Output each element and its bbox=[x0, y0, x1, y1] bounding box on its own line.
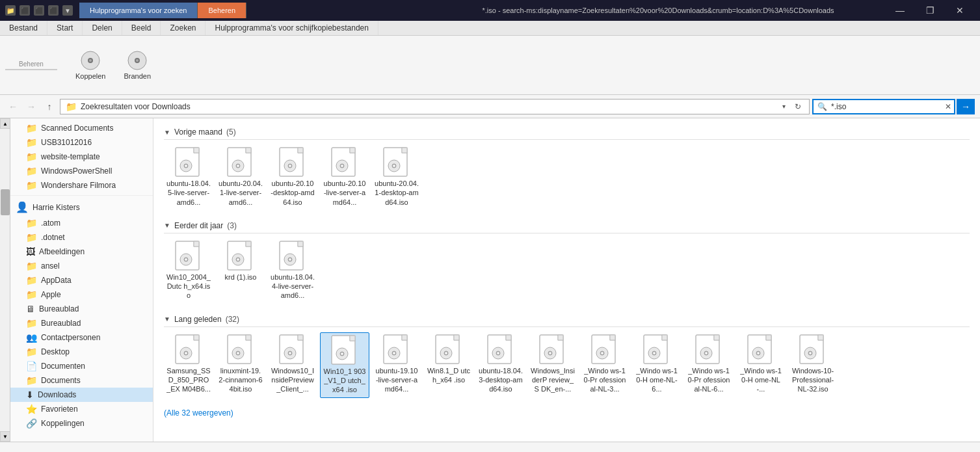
title-bar-controls: — ❐ ✕ bbox=[885, 0, 975, 21]
group-header-lang-geleden[interactable]: ▼ Lang geleden (32) bbox=[164, 311, 970, 327]
close-button[interactable]: ✕ bbox=[945, 0, 975, 21]
file-icon-linuxmint bbox=[225, 335, 256, 366]
sidebar-item-bureaublad-1[interactable]: 🖥 Bureaublad bbox=[10, 302, 153, 316]
file-name-win10-2004-dutch-x64: Win10_2004_Dutc h_x64.iso bbox=[166, 273, 211, 300]
file-item-ubuntu-20-10-desktop-amd64[interactable]: ubuntu-20.10-desktop-amd64.iso bbox=[268, 145, 317, 209]
minimize-button[interactable]: — bbox=[885, 0, 915, 21]
title-bar-tabs: Hulpprogramma's voor zoeken Beheren bbox=[79, 3, 476, 18]
sidebar-divider-1 bbox=[10, 195, 153, 196]
file-item-krd-1-iso[interactable]: krd (1).iso bbox=[216, 239, 265, 303]
address-dropdown-arrow[interactable]: ▾ bbox=[780, 103, 788, 110]
user-icon: 👤 bbox=[16, 201, 29, 213]
file-icon-ubuntu-20-10-live-server-amd64 bbox=[329, 148, 360, 179]
sidebar-item-downloads[interactable]: ⬇ Downloads bbox=[10, 388, 153, 402]
app-icon: 📁 bbox=[5, 5, 16, 16]
restore-button[interactable]: ❐ bbox=[915, 0, 945, 21]
address-input[interactable]: 📁 Zoekresultaten voor Downloads ▾ ↻ bbox=[60, 99, 810, 114]
file-name-ubuntu-18-04-5-live-server-amd64: ubuntu-18.04.5-live-server-amd6... bbox=[166, 179, 211, 207]
file-item-ubuntu-18-04-3-desktop[interactable]: ubuntu-18.04.3-desktop-amd64.iso bbox=[476, 332, 525, 398]
file-item-ubuntu-18-04-5-live-server-amd64[interactable]: ubuntu-18.04.5-live-server-amd6... bbox=[164, 145, 213, 209]
favorites-icon: ⭐ bbox=[26, 404, 37, 414]
sidebar-item-website-template[interactable]: 📁 website-template bbox=[10, 150, 153, 164]
folder-icon: 📁 bbox=[26, 137, 37, 148]
file-icon-win10-2004-dutch-x64 bbox=[173, 241, 204, 273]
ribbon-tab-delen[interactable]: Delen bbox=[83, 21, 122, 35]
svg-rect-8 bbox=[194, 148, 199, 153]
file-name-ubuntu-20-10-live-server-amd64: ubuntu-20.10-live-server-amd64... bbox=[323, 179, 367, 207]
tab-beheren[interactable]: Beheren bbox=[198, 3, 246, 18]
ribbon-tab-zoeken[interactable]: Zoeken bbox=[161, 21, 205, 35]
file-item-ubuntu-20-10-live-server-amd64[interactable]: ubuntu-20.10-live-server-amd64... bbox=[320, 145, 369, 209]
ribbon-tab-hulpprogrammas-schijf[interactable]: Hulpprogramma's voor schijfkopiebestande… bbox=[205, 21, 378, 35]
file-item-win10-2004-dutch-x64[interactable]: Win10_2004_Dutc h_x64.iso bbox=[164, 239, 213, 303]
tab-hulpprogrammas-zoeken[interactable]: Hulpprogramma's voor zoeken bbox=[79, 3, 198, 18]
file-item-win81-dutch[interactable]: Win8.1_D utch_x64 .iso bbox=[424, 332, 473, 398]
ribbon: Bestand Start Delen Beeld Zoeken Hulppro… bbox=[0, 21, 980, 95]
svg-point-83 bbox=[393, 352, 395, 354]
file-item-windows-insider-sdk[interactable]: Windows_InsiderP review_S DK_en-... bbox=[528, 332, 577, 398]
scroll-up-button[interactable]: ▲ bbox=[0, 118, 10, 129]
sidebar-item-koppelingen[interactable]: 🔗 Koppelingen bbox=[10, 416, 153, 431]
sidebar-item-ansel[interactable]: 📁 ansel bbox=[10, 259, 153, 273]
search-go-button[interactable]: → bbox=[957, 99, 975, 114]
sidebar-item-appdata[interactable]: 📁 AppData bbox=[10, 273, 153, 287]
file-name-samsung-ssd: Samsung_SSD_850_PRO_EX M04B6... bbox=[166, 366, 211, 394]
ribbon-tab-beeld[interactable]: Beeld bbox=[122, 21, 161, 35]
sidebar-item-usb31012016[interactable]: 📁 USB31012016 bbox=[10, 135, 153, 150]
file-item-windows-10-home-nl[interactable]: _Windo ws-10-H ome-NL-... bbox=[736, 332, 786, 398]
file-item-samsung-ssd[interactable]: Samsung_SSD_850_PRO_EX M04B6... bbox=[164, 332, 213, 398]
file-item-linuxmint[interactable]: linuxmint-19.2-cinnamon-64bit.iso bbox=[216, 332, 265, 398]
sidebar-item-dotnet[interactable]: 📁 .dotnet bbox=[10, 230, 153, 245]
show-all-lang-geleden[interactable]: (Alle 32 weergeven) bbox=[164, 406, 970, 423]
file-item-windows-10-professional-nl-6[interactable]: _Windo ws-10-Pr ofession al-NL-6... bbox=[684, 332, 734, 398]
file-item-windows-10-professional-nl-3[interactable]: _Windo ws-10-Pr ofession al-NL-3... bbox=[580, 332, 629, 398]
file-item-windows-10-professional-nl-32[interactable]: Windows-10-Professional-NL-32.iso bbox=[788, 332, 838, 398]
file-item-ubuntu-19-10-live-server[interactable]: ubuntu-19.10-live-server-amd64... bbox=[372, 332, 421, 398]
sidebar-item-documents[interactable]: 📁 Documents bbox=[10, 373, 153, 388]
sidebar-item-afbeeldingen[interactable]: 🖼 Afbeeldingen bbox=[10, 245, 153, 259]
sidebar-scrollbar[interactable]: ▲ ▼ bbox=[0, 118, 10, 442]
file-item-ubuntu-20-04-1-live-server-amd64[interactable]: ubuntu-20.04.1-live-server-amd6... bbox=[216, 145, 265, 209]
branden-button[interactable]: Branden bbox=[119, 47, 157, 83]
sidebar-item-atom[interactable]: 📁 .atom bbox=[10, 216, 153, 230]
sidebar-item-bureaublad-2[interactable]: 📁 Bureaublad bbox=[10, 316, 153, 330]
search-box[interactable]: 🔍 *.iso ✕ bbox=[812, 99, 955, 114]
sidebar-item-scanned-documents[interactable]: 📁 Scanned Documents bbox=[10, 121, 153, 135]
svg-rect-116 bbox=[714, 335, 719, 340]
sidebar-item-contactpersonen[interactable]: 👥 Contactpersonen bbox=[10, 330, 153, 345]
svg-rect-110 bbox=[662, 335, 667, 340]
sidebar-item-desktop[interactable]: 📁 Desktop bbox=[10, 345, 153, 359]
file-icon-ubuntu-18-04-4-live-server-amd64 bbox=[277, 241, 308, 273]
nav-back-button[interactable]: ← bbox=[5, 99, 21, 114]
group-label-vorige-maand: Vorige maand bbox=[174, 127, 222, 137]
ribbon-tab-start[interactable]: Start bbox=[47, 21, 83, 35]
group-arrow-vorige-maand: ▼ bbox=[164, 129, 170, 136]
search-clear-button[interactable]: ✕ bbox=[942, 102, 954, 111]
sidebar-item-documenten[interactable]: 📄 Documenten bbox=[10, 359, 153, 373]
address-refresh-button[interactable]: ↻ bbox=[792, 102, 804, 111]
file-item-win10-1-dutch-x64[interactable]: Win10_1 903_V1_D utch_x64 .iso bbox=[320, 332, 369, 398]
file-item-ubuntu-18-04-4-live-server-amd64[interactable]: ubuntu-18.04.4-live-server-amd6... bbox=[268, 239, 317, 303]
group-label-lang-geleden: Lang geleden bbox=[174, 315, 222, 324]
search-input[interactable]: *.iso bbox=[831, 102, 942, 111]
sidebar-item-apple[interactable]: 📁 Apple bbox=[10, 287, 153, 302]
nav-up-button[interactable]: ↑ bbox=[42, 99, 57, 114]
sidebar-item-windowspowershell[interactable]: 📁 WindowsPowerShell bbox=[10, 164, 153, 178]
group-header-eerder-dit-jaar[interactable]: ▼ Eerder dit jaar (3) bbox=[164, 217, 970, 233]
nav-forward-button[interactable]: → bbox=[23, 99, 39, 114]
sidebar-item-favorieten[interactable]: ⭐ Favorieten bbox=[10, 402, 153, 416]
group-header-vorige-maand[interactable]: ▼ Vorige maand (5) bbox=[164, 124, 970, 140]
koppelen-button[interactable]: Koppelen bbox=[70, 47, 111, 83]
file-item-windows-10-home-nl-6[interactable]: _Windo ws-10-H ome-NL-6... bbox=[632, 332, 682, 398]
file-name-ubuntu-18-04-4-live-server-amd64: ubuntu-18.04.4-live-server-amd6... bbox=[271, 273, 315, 300]
file-icon-win10-1-dutch-x64 bbox=[329, 336, 360, 367]
ribbon-tab-bestand[interactable]: Bestand bbox=[0, 21, 47, 35]
sidebar: 📁 Scanned Documents 📁 USB31012016 📁 webs… bbox=[10, 118, 153, 442]
scroll-down-button[interactable]: ▼ bbox=[0, 431, 10, 442]
file-item-ubuntu-20-04-1-desktop-amd64[interactable]: ubuntu-20.04.1-desktop-amd64.iso bbox=[372, 145, 421, 209]
scroll-thumb[interactable] bbox=[1, 189, 10, 215]
file-item-windows10-insider[interactable]: Windows10_InsidePreview_Client_... bbox=[268, 332, 317, 398]
title-bar-path: *.iso - search-ms:displayname=Zoekresult… bbox=[476, 7, 886, 14]
svg-point-53 bbox=[289, 258, 291, 260]
sidebar-item-wondershare[interactable]: 📁 Wondershare Filmora bbox=[10, 178, 153, 193]
